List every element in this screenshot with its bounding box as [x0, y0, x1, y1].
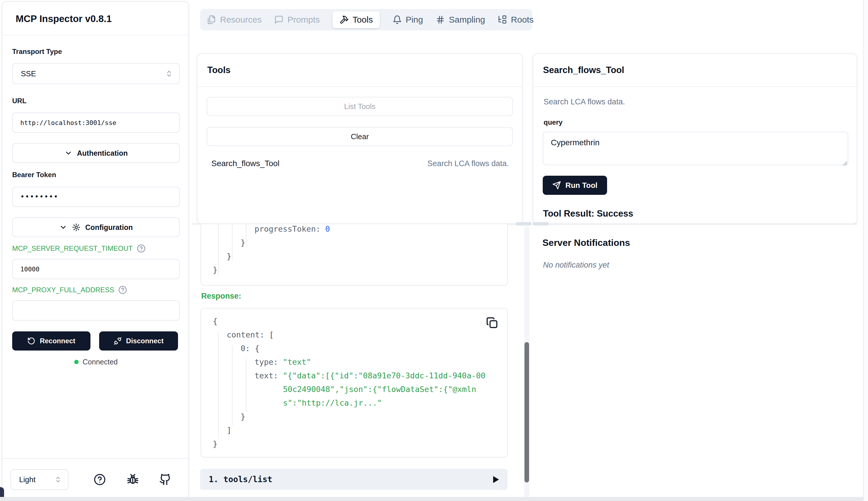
tab-sampling[interactable]: Sampling	[436, 15, 485, 25]
folder-tree-icon	[498, 15, 507, 24]
tools-panel: Tools List Tools Clear Search_flows_Tool…	[197, 53, 523, 224]
message-square-icon	[274, 15, 283, 24]
authentication-toggle[interactable]: Authentication	[12, 143, 180, 163]
notifications-empty-text: No notifications yet	[543, 260, 609, 270]
bearer-token-label: Bearer Token	[12, 171, 180, 179]
chevron-down-icon	[64, 149, 73, 157]
run-tool-button[interactable]: Run Tool	[543, 176, 607, 195]
query-label: query	[544, 118, 562, 126]
url-input[interactable]	[12, 113, 180, 133]
hash-icon	[436, 15, 445, 24]
help-button[interactable]	[92, 472, 107, 487]
resize-grip-icon[interactable]	[841, 159, 855, 222]
tool-list-item[interactable]: Search_flows_Tool Search LCA flows data.	[211, 159, 509, 168]
tab-ping[interactable]: Ping	[393, 15, 423, 25]
response-json-block: {content: [0: {type: "text"text: "{"data…	[201, 308, 508, 458]
help-circle-icon	[94, 473, 106, 486]
tool-result-status: Tool Result: Success	[543, 209, 633, 219]
history-entry-label: 1. tools/list	[209, 475, 272, 484]
theme-select[interactable]: Light	[10, 469, 68, 490]
connection-status: Connected	[12, 358, 180, 366]
tool-detail-title: Search_flows_Tool	[543, 65, 624, 75]
send-icon	[552, 181, 561, 190]
bell-icon	[393, 15, 402, 24]
files-icon	[207, 15, 216, 24]
chevrons-up-down-icon	[54, 476, 62, 483]
sidebar-header: MCP Inspector v0.8.1	[2, 2, 189, 35]
authentication-label: Authentication	[77, 149, 128, 158]
chevron-down-icon	[59, 223, 67, 231]
timeout-input[interactable]	[12, 259, 180, 279]
github-button[interactable]	[158, 472, 173, 487]
bug-icon	[127, 473, 139, 486]
hammer-icon	[340, 15, 349, 24]
clear-button[interactable]: Clear	[207, 127, 513, 146]
history-entry-tools-list[interactable]: 1. tools/list	[200, 469, 508, 490]
history-splitter-handle[interactable]	[515, 222, 532, 226]
status-text: Connected	[83, 358, 118, 366]
status-dot-icon	[74, 360, 78, 364]
server-notifications-title: Server Notifications	[543, 237, 630, 248]
chevrons-up-down-icon	[165, 70, 173, 77]
tab-roots[interactable]: Roots	[498, 15, 534, 25]
tools-panel-title: Tools	[207, 65, 231, 75]
proxy-input[interactable]	[12, 300, 180, 321]
unplug-icon	[114, 337, 122, 345]
copy-response-button[interactable]	[485, 316, 499, 329]
report-bug-button[interactable]	[125, 472, 140, 487]
corner-toast-edge	[0, 487, 4, 498]
transport-type-select[interactable]: SSE	[12, 63, 180, 84]
response-json-lines: {content: [0: {type: "text"text: "{"data…	[201, 309, 507, 450]
history-scrollbar-thumb[interactable]	[524, 342, 529, 482]
tool-item-name: Search_flows_Tool	[211, 159, 279, 168]
rotate-ccw-icon	[27, 337, 35, 345]
timeout-env-label: MCP_SERVER_REQUEST_TIMEOUT	[12, 244, 180, 253]
tool-item-description: Search LCA flows data.	[427, 159, 509, 168]
help-circle-icon[interactable]	[118, 285, 128, 295]
list-tools-button[interactable]: List Tools	[207, 97, 513, 116]
horizontal-scrollbar-track[interactable]	[0, 497, 868, 501]
sidebar: MCP Inspector v0.8.1 Transport Type SSE …	[2, 1, 189, 499]
configuration-toggle[interactable]: Configuration	[12, 217, 180, 237]
bearer-token-input[interactable]	[12, 187, 180, 207]
notifications-splitter-handle[interactable]	[533, 222, 549, 226]
tool-detail-description: Search LCA flows data.	[544, 97, 625, 106]
url-label: URL	[12, 97, 180, 105]
main-tabbar: Resources Prompts Tools Ping Sampling	[200, 9, 532, 30]
copy-icon	[486, 317, 498, 329]
theme-value: Light	[19, 475, 35, 484]
disconnect-button[interactable]: Disconnect	[99, 331, 178, 351]
reconnect-button[interactable]: Reconnect	[12, 331, 90, 351]
tab-prompts[interactable]: Prompts	[274, 15, 320, 25]
gear-icon	[72, 223, 81, 232]
tab-tools[interactable]: Tools	[333, 11, 380, 28]
github-icon	[159, 473, 171, 486]
tool-detail-header: Search_flows_Tool	[533, 54, 857, 87]
configuration-label: Configuration	[85, 223, 133, 232]
app-title: MCP Inspector v0.8.1	[16, 13, 111, 24]
tool-detail-panel: Search_flows_Tool Search LCA flows data.…	[533, 53, 857, 224]
mcp-inspector-app: MCP Inspector v0.8.1 Transport Type SSE …	[0, 0, 868, 501]
response-label: Response:	[201, 292, 241, 301]
help-circle-icon[interactable]	[136, 244, 146, 253]
transport-type-value: SSE	[21, 69, 36, 78]
play-icon	[493, 476, 499, 483]
tools-panel-header: Tools	[197, 54, 522, 87]
sidebar-footer: Light	[2, 458, 189, 498]
server-notifications-panel: Server Notifications No notifications ye…	[533, 226, 857, 498]
request-json-block: progressToken: 0}}}	[201, 224, 508, 286]
query-textarea[interactable]: Cypermethrin	[543, 132, 848, 165]
page-scrollbar-gutter	[863, 0, 868, 501]
request-json-lines: progressToken: 0}}}	[201, 224, 507, 277]
proxy-env-label: MCP_PROXY_FULL_ADDRESS	[12, 285, 180, 295]
transport-type-label: Transport Type	[12, 47, 180, 56]
notifications-splitter	[533, 224, 857, 224]
tab-resources[interactable]: Resources	[207, 15, 261, 25]
